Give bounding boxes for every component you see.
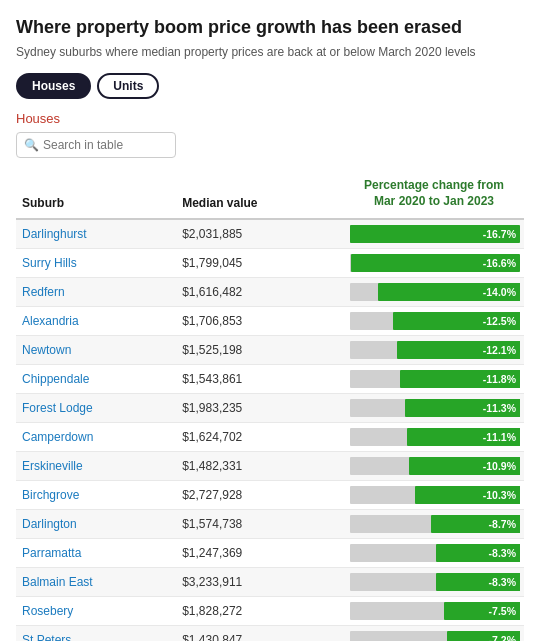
- table-row: Parramatta$1,247,369-8.3%: [16, 538, 524, 567]
- table-row: Camperdown$1,624,702-11.1%: [16, 422, 524, 451]
- table-row: Darlinghurst$2,031,885-16.7%: [16, 219, 524, 249]
- search-input[interactable]: [16, 132, 176, 158]
- cell-median: $1,430,847: [176, 625, 344, 641]
- cell-median: $2,031,885: [176, 219, 344, 249]
- cell-median: $2,727,928: [176, 480, 344, 509]
- filter-label: Houses: [16, 111, 524, 126]
- cell-median: $1,828,272: [176, 596, 344, 625]
- page-title: Where property boom price growth has bee…: [16, 16, 524, 39]
- cell-suburb: Forest Lodge: [16, 393, 176, 422]
- cell-suburb: Newtown: [16, 335, 176, 364]
- cell-bar: -14.0%: [344, 277, 524, 306]
- cell-bar: -11.1%: [344, 422, 524, 451]
- cell-bar: -11.3%: [344, 393, 524, 422]
- toggle-houses[interactable]: Houses: [16, 73, 91, 99]
- col-pct-header: Percentage change from Mar 2020 to Jan 2…: [344, 174, 524, 218]
- cell-suburb: Erskineville: [16, 451, 176, 480]
- cell-suburb: Chippendale: [16, 364, 176, 393]
- cell-bar: -16.7%: [344, 219, 524, 249]
- cell-median: $1,574,738: [176, 509, 344, 538]
- toggle-units[interactable]: Units: [97, 73, 159, 99]
- cell-suburb: Birchgrove: [16, 480, 176, 509]
- cell-bar: -16.6%: [344, 248, 524, 277]
- cell-bar: -12.5%: [344, 306, 524, 335]
- cell-median: $1,706,853: [176, 306, 344, 335]
- cell-suburb: Redfern: [16, 277, 176, 306]
- table-row: Alexandria$1,706,853-12.5%: [16, 306, 524, 335]
- cell-median: $1,247,369: [176, 538, 344, 567]
- cell-suburb: Camperdown: [16, 422, 176, 451]
- cell-median: $1,616,482: [176, 277, 344, 306]
- table-row: Birchgrove$2,727,928-10.3%: [16, 480, 524, 509]
- cell-bar: -11.8%: [344, 364, 524, 393]
- cell-suburb: St Peters: [16, 625, 176, 641]
- page-subtitle: Sydney suburbs where median property pri…: [16, 45, 524, 59]
- search-icon: 🔍: [24, 138, 39, 152]
- table-row: Newtown$1,525,198-12.1%: [16, 335, 524, 364]
- data-table: Suburb Median value Percentage change fr…: [16, 174, 524, 641]
- table-row: Darlington$1,574,738-8.7%: [16, 509, 524, 538]
- table-row: St Peters$1,430,847-7.2%: [16, 625, 524, 641]
- cell-median: $1,624,702: [176, 422, 344, 451]
- table-row: Balmain East$3,233,911-8.3%: [16, 567, 524, 596]
- cell-bar: -10.9%: [344, 451, 524, 480]
- cell-bar: -8.7%: [344, 509, 524, 538]
- cell-suburb: Parramatta: [16, 538, 176, 567]
- col-suburb-header: Suburb: [16, 174, 176, 218]
- cell-bar: -8.3%: [344, 538, 524, 567]
- cell-bar: -7.2%: [344, 625, 524, 641]
- cell-suburb: Darlington: [16, 509, 176, 538]
- cell-bar: -8.3%: [344, 567, 524, 596]
- table-row: Erskineville$1,482,331-10.9%: [16, 451, 524, 480]
- cell-suburb: Darlinghurst: [16, 219, 176, 249]
- table-row: Chippendale$1,543,861-11.8%: [16, 364, 524, 393]
- cell-median: $1,543,861: [176, 364, 344, 393]
- cell-suburb: Rosebery: [16, 596, 176, 625]
- col-median-header: Median value: [176, 174, 344, 218]
- cell-median: $1,799,045: [176, 248, 344, 277]
- table-row: Surry Hills$1,799,045-16.6%: [16, 248, 524, 277]
- table-row: Forest Lodge$1,983,235-11.3%: [16, 393, 524, 422]
- cell-suburb: Surry Hills: [16, 248, 176, 277]
- toggle-group: Houses Units: [16, 73, 524, 99]
- data-table-wrap: Suburb Median value Percentage change fr…: [16, 174, 524, 641]
- cell-bar: -12.1%: [344, 335, 524, 364]
- cell-median: $1,482,331: [176, 451, 344, 480]
- cell-suburb: Alexandria: [16, 306, 176, 335]
- cell-suburb: Balmain East: [16, 567, 176, 596]
- cell-median: $3,233,911: [176, 567, 344, 596]
- cell-bar: -10.3%: [344, 480, 524, 509]
- table-row: Redfern$1,616,482-14.0%: [16, 277, 524, 306]
- cell-median: $1,525,198: [176, 335, 344, 364]
- search-container: 🔍: [16, 132, 176, 158]
- cell-median: $1,983,235: [176, 393, 344, 422]
- table-row: Rosebery$1,828,272-7.5%: [16, 596, 524, 625]
- cell-bar: -7.5%: [344, 596, 524, 625]
